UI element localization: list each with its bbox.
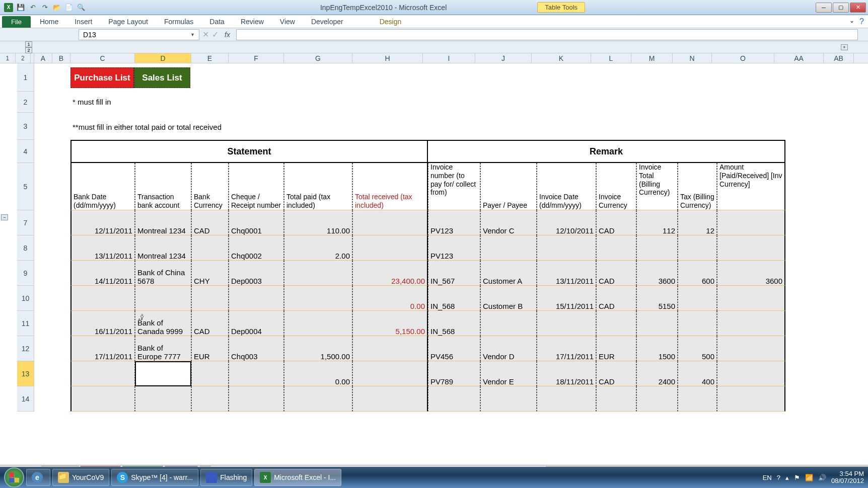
table-cell[interactable]: [636, 235, 678, 261]
taskbar-skype[interactable]: SSkype™ [4] - warr...: [111, 469, 198, 486]
row-8[interactable]: 8: [17, 235, 34, 261]
row-10[interactable]: 10: [17, 286, 34, 311]
table-cell[interactable]: CAD: [596, 261, 636, 286]
table-cell[interactable]: 400: [678, 361, 717, 386]
table-cell[interactable]: [191, 361, 229, 386]
col-AA[interactable]: AA: [774, 53, 824, 63]
table-cell[interactable]: 500: [678, 336, 717, 361]
tab-view[interactable]: View: [273, 16, 302, 28]
clock[interactable]: 3:54 PM 08/07/2012: [831, 470, 864, 485]
purchase-list-button[interactable]: Purchase List: [70, 67, 134, 88]
flag-icon[interactable]: ⚑: [794, 474, 800, 481]
table-cell[interactable]: 2400: [636, 361, 678, 386]
table-cell[interactable]: [70, 386, 135, 412]
table-cell[interactable]: [284, 261, 352, 286]
table-cell[interactable]: CAD: [596, 210, 636, 235]
table-cell[interactable]: 5150: [636, 286, 678, 311]
col-outline-2[interactable]: 2: [25, 47, 32, 53]
table-cell[interactable]: [717, 235, 785, 261]
minimize-button[interactable]: ─: [816, 3, 832, 13]
table-cell[interactable]: [480, 386, 537, 412]
table-cell[interactable]: [70, 286, 135, 311]
save-icon[interactable]: 💾: [16, 3, 25, 12]
table-cell[interactable]: [678, 311, 717, 336]
table-cell[interactable]: 16/11/2011: [70, 311, 135, 336]
row-2[interactable]: 2: [17, 92, 34, 113]
table-cell[interactable]: [678, 286, 717, 311]
row-13[interactable]: 13: [17, 361, 34, 386]
table-cell[interactable]: Chq003: [229, 336, 284, 361]
table-cell[interactable]: [352, 336, 428, 361]
help-icon[interactable]: ?: [859, 17, 864, 26]
tab-home[interactable]: Home: [33, 16, 65, 28]
table-cell[interactable]: 3600: [717, 261, 785, 286]
formula-input[interactable]: [236, 29, 858, 40]
tab-data[interactable]: Data: [202, 16, 232, 28]
col-O[interactable]: O: [712, 53, 774, 63]
col-D[interactable]: D: [135, 53, 191, 63]
table-cell[interactable]: PV123: [428, 210, 480, 235]
redo-icon[interactable]: ↷: [40, 3, 49, 12]
table-cell[interactable]: 12: [678, 210, 717, 235]
maximize-button[interactable]: ▢: [833, 3, 849, 13]
table-cell[interactable]: Dep0003: [229, 261, 284, 286]
active-cell[interactable]: [135, 361, 191, 386]
table-cell[interactable]: Customer B: [480, 286, 537, 311]
taskbar-ie[interactable]: e: [26, 469, 50, 486]
col-H[interactable]: H: [352, 53, 423, 63]
row-11[interactable]: 11: [17, 311, 34, 336]
table-cell[interactable]: 13/11/2011: [537, 261, 596, 286]
tab-design[interactable]: Design: [373, 16, 409, 28]
row-5[interactable]: 5: [17, 163, 34, 210]
table-cell[interactable]: [70, 361, 135, 386]
table-cell[interactable]: 12/10/2011: [537, 210, 596, 235]
table-cell[interactable]: EUR: [191, 336, 229, 361]
table-cell[interactable]: [596, 386, 636, 412]
row-9[interactable]: 9: [17, 261, 34, 286]
volume-icon[interactable]: 🔊: [818, 474, 826, 481]
tab-page-layout[interactable]: Page Layout: [101, 16, 155, 28]
col-E[interactable]: E: [191, 53, 229, 63]
table-cell[interactable]: Chq0002: [229, 235, 284, 261]
worksheet[interactable]: 1 2 + 1 2 A B C D E F G H I J K L M N O: [0, 41, 868, 465]
table-cell[interactable]: [352, 386, 428, 412]
col-AB[interactable]: AB: [824, 53, 854, 63]
row-7[interactable]: 7: [17, 210, 34, 235]
table-cell[interactable]: 2.00: [284, 235, 352, 261]
table-cell[interactable]: IN_568: [428, 311, 480, 336]
table-cell[interactable]: 0.00: [352, 286, 428, 311]
table-cell[interactable]: 0.00: [284, 361, 352, 386]
table-cell[interactable]: Bank of China 5678: [135, 261, 191, 286]
cancel-formula-icon[interactable]: ✕: [202, 30, 209, 39]
row-outline-2[interactable]: 2: [16, 53, 31, 63]
table-cell[interactable]: PV123: [428, 235, 480, 261]
table-cell[interactable]: [636, 386, 678, 412]
table-cell[interactable]: 18/11/2011: [537, 361, 596, 386]
table-cell[interactable]: [135, 286, 191, 311]
row-14[interactable]: 14: [17, 386, 34, 412]
row-outline-collapse[interactable]: −: [1, 214, 8, 220]
table-cell[interactable]: [678, 235, 717, 261]
table-cell[interactable]: [352, 235, 428, 261]
table-cell[interactable]: [229, 386, 284, 412]
table-cell[interactable]: [284, 286, 352, 311]
table-cell[interactable]: [537, 235, 596, 261]
table-cell[interactable]: 15/11/2011: [537, 286, 596, 311]
tab-review[interactable]: Review: [234, 16, 271, 28]
taskbar-flashing[interactable]: Flashing: [200, 469, 252, 486]
taskbar-folder[interactable]: 📁YourCoV9: [52, 469, 109, 486]
name-box[interactable]: D13 ▼: [79, 29, 199, 40]
table-cell[interactable]: [352, 361, 428, 386]
table-cell[interactable]: [717, 386, 785, 412]
table-cell[interactable]: [191, 235, 229, 261]
table-cell[interactable]: [678, 386, 717, 412]
table-cell[interactable]: [428, 386, 480, 412]
col-N[interactable]: N: [673, 53, 712, 63]
row-1[interactable]: 1: [17, 63, 34, 92]
start-button[interactable]: [4, 467, 24, 487]
table-cell[interactable]: CHY: [191, 261, 229, 286]
table-cell[interactable]: Chq0001: [229, 210, 284, 235]
table-cell[interactable]: [284, 311, 352, 336]
file-tab[interactable]: File: [2, 16, 31, 28]
table-cell[interactable]: Vendor D: [480, 336, 537, 361]
